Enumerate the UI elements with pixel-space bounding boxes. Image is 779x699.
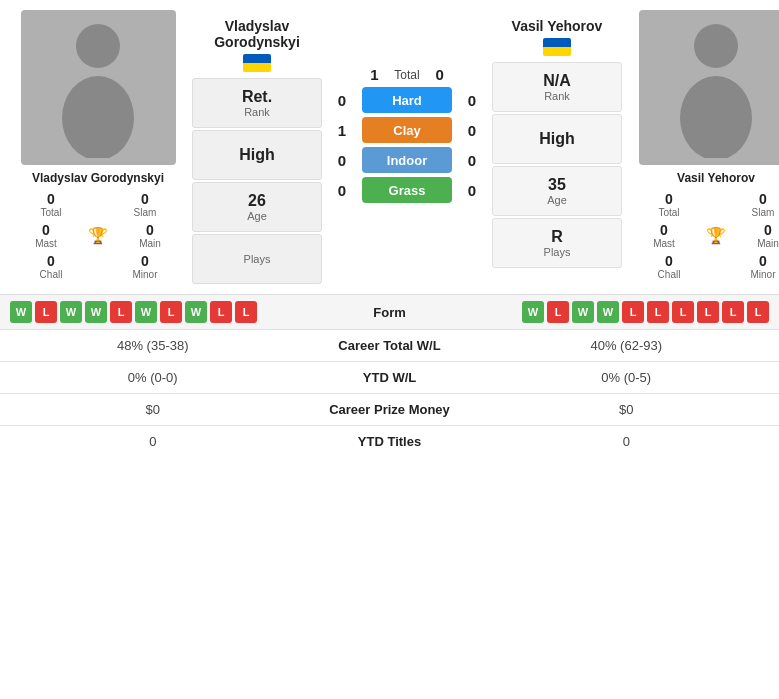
player1-total: 0 Total [8,191,94,218]
trophy1-icon: 🏆 [88,222,108,249]
ytd-wl-row: 0% (0-0) YTD W/L 0% (0-5) [0,361,779,393]
form-badge-l: L [647,301,669,323]
player1-middle-card: Vladyslav Gorodynskyі Ret. Rank High 26 … [192,10,322,284]
player1-minor: 0 Minor [102,253,188,280]
player1-mast: 0 Mast [8,222,84,249]
player2-flag [543,38,571,56]
player2-slam: 0 Slam [720,191,779,218]
form-badge-l: L [672,301,694,323]
player1-chall: 0 Chall [8,253,94,280]
form-badge-w: W [10,301,32,323]
clay-row: 1 Clay 0 [330,117,484,143]
player2-photo [639,10,780,165]
top-section: Vladyslav Gorodynskyі 0 Total 0 Slam 0 M… [0,0,779,294]
hard-row: 0 Hard 0 [330,87,484,113]
svg-point-0 [76,24,120,68]
player1-form: WLWWLWLWLL [10,301,257,323]
player2-age-box: 35 Age [492,166,622,216]
stats-table: 48% (35-38) Career Total W/L 40% (62-93)… [0,329,779,457]
svg-point-1 [62,76,134,158]
player2-silhouette [666,18,766,158]
form-badge-l: L [722,301,744,323]
form-badge-w: W [522,301,544,323]
grass-row: 0 Grass 0 [330,177,484,203]
hard-button[interactable]: Hard [362,87,452,113]
player2-card: Vasil Yehorov 0 Total 0 Slam 0 Mast 🏆 [626,10,779,284]
player2-main: 0 Main [730,222,779,249]
player1-stat-row2: 0 Mast 🏆 0 Main [8,222,188,249]
player1-plays-box: Plays [192,234,322,284]
form-badge-w: W [85,301,107,323]
player2-stats: 0 Total 0 Slam [626,191,779,218]
indoor-button[interactable]: Indoor [362,147,452,173]
player1-slam: 0 Slam [102,191,188,218]
total-row: 1 Total 0 [330,66,484,83]
svg-point-2 [694,24,738,68]
form-badge-w: W [597,301,619,323]
center-column: 1 Total 0 0 Hard 0 1 Clay 0 0 Indoor 0 [326,10,488,284]
prize-row: $0 Career Prize Money $0 [0,393,779,425]
form-badge-w: W [185,301,207,323]
player2-total: 0 Total [626,191,712,218]
player1-name: Vladyslav Gorodynskyі [32,171,164,185]
clay-button[interactable]: Clay [362,117,452,143]
form-badge-l: L [747,301,769,323]
trophy2-icon: 🏆 [706,222,726,249]
player2-name: Vasil Yehorov [677,171,755,185]
player2-rank-box: N/A Rank [492,62,622,112]
player1-high-box: High [192,130,322,180]
player2-stat-row2: 0 Mast 🏆 0 Main [626,222,779,249]
player1-stat-row3: 0 Chall 0 Minor [8,253,188,280]
form-badge-w: W [60,301,82,323]
ytd-titles-row: 0 YTD Titles 0 [0,425,779,457]
form-badge-l: L [697,301,719,323]
form-badge-l: L [110,301,132,323]
form-badge-w: W [135,301,157,323]
player1-card: Vladyslav Gorodynskyі 0 Total 0 Slam 0 M… [8,10,188,284]
player2-minor: 0 Minor [720,253,779,280]
player2-mast: 0 Mast [626,222,702,249]
player2-right-card: Vasil Yehorov N/A Rank High 35 Age R Pla… [492,10,622,284]
player2-form: WLWWLLLLLL [522,301,769,323]
player1-photo [21,10,176,165]
career-wl-row: 48% (35-38) Career Total W/L 40% (62-93) [0,329,779,361]
player1-stats: 0 Total 0 Slam [8,191,188,218]
player2-stat-row3: 0 Chall 0 Minor [626,253,779,280]
grass-button[interactable]: Grass [362,177,452,203]
player2-chall: 0 Chall [626,253,712,280]
form-badge-w: W [572,301,594,323]
player1-silhouette [48,18,148,158]
player1-main: 0 Main [112,222,188,249]
svg-point-3 [680,76,752,158]
indoor-row: 0 Indoor 0 [330,147,484,173]
form-section: WLWWLWLWLL Form WLWWLLLLLL [0,294,779,329]
form-label: Form [373,305,406,320]
form-badge-l: L [160,301,182,323]
form-badge-l: L [547,301,569,323]
player2-high-box: High [492,114,622,164]
player1-age-box: 26 Age [192,182,322,232]
form-badge-l: L [210,301,232,323]
player1-rank-box: Ret. Rank [192,78,322,128]
main-container: Vladyslav Gorodynskyі 0 Total 0 Slam 0 M… [0,0,779,457]
form-badge-l: L [35,301,57,323]
player2-plays-box: R Plays [492,218,622,268]
player1-flag [243,54,271,72]
player1-name-center: Vladyslav Gorodynskyі [192,18,322,72]
form-badge-l: L [235,301,257,323]
form-badge-l: L [622,301,644,323]
player2-name-center: Vasil Yehorov [512,18,603,56]
